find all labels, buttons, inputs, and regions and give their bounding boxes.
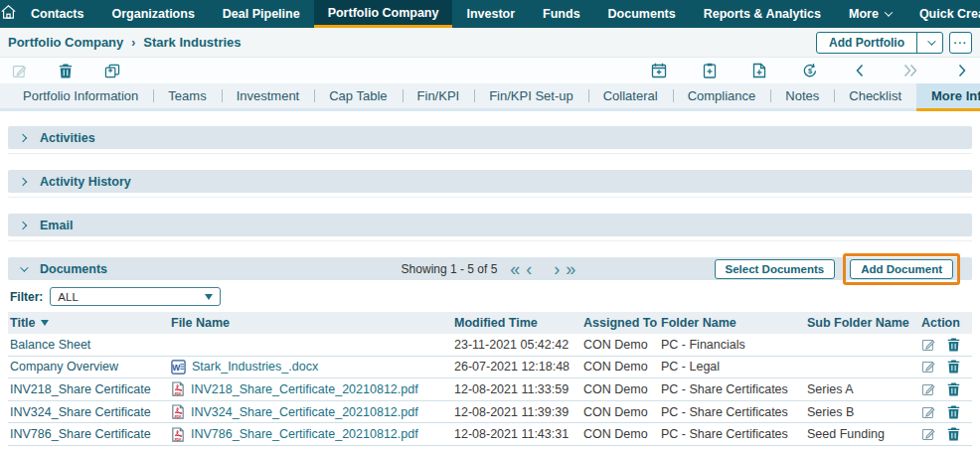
filter-label: Filter:: [10, 290, 43, 304]
sub-folder-name: Series B: [805, 405, 919, 419]
edit-icon[interactable]: [921, 360, 935, 374]
tab-collateral[interactable]: Collateral: [588, 83, 673, 108]
toolbar-right: $: [615, 63, 968, 78]
activities-panel: Activities: [8, 126, 972, 154]
copy-record-icon[interactable]: [104, 64, 120, 78]
edit-icon[interactable]: [921, 382, 935, 396]
edit-icon[interactable]: [921, 338, 935, 352]
sort-desc-icon: [41, 320, 49, 326]
table-row: Company Overview W Stark_Industries_.doc…: [8, 357, 972, 379]
nav-item-more[interactable]: More: [835, 0, 905, 28]
documents-accordion-header[interactable]: Documents Showing 1 - 5 of 5 « ‹ › » Sel…: [8, 257, 972, 280]
home-button[interactable]: [0, 0, 17, 28]
next-record-icon[interactable]: [955, 64, 968, 77]
edit-icon[interactable]: [12, 64, 27, 78]
filter-row: Filter: ALL: [10, 287, 972, 306]
delete-icon[interactable]: [947, 405, 960, 419]
column-folder-name[interactable]: Folder Name: [659, 316, 805, 330]
file-name-link[interactable]: Stark_Industries_.docx: [192, 360, 318, 374]
refresh-currency-icon[interactable]: $: [802, 63, 818, 78]
svg-text:W: W: [172, 363, 180, 373]
column-modified-time[interactable]: Modified Time: [452, 316, 581, 330]
delete-icon[interactable]: [947, 382, 960, 396]
delete-icon[interactable]: [947, 360, 960, 374]
nav-item-organizations[interactable]: Organizations: [97, 0, 208, 28]
document-file: W Stark_Industries_.docx: [169, 360, 452, 375]
document-title[interactable]: INV324_Share Certificate: [8, 405, 169, 419]
column-assigned-to[interactable]: Assigned To: [581, 316, 659, 330]
tab-notes[interactable]: Notes: [770, 83, 834, 108]
breadcrumb-parent[interactable]: Portfolio Company: [8, 35, 123, 50]
tab-fin-kpi[interactable]: Fin/KPI: [403, 83, 475, 108]
prev-record-icon[interactable]: [854, 64, 867, 77]
nav-item-quick-create[interactable]: Quick Create: [905, 0, 980, 28]
column-action: Action: [919, 316, 972, 330]
tab-investment[interactable]: Investment: [222, 83, 315, 108]
nav-item-contacts[interactable]: Contacts: [17, 0, 97, 28]
tab-portfolio-information[interactable]: Portfolio Information: [8, 83, 153, 108]
file-name-link[interactable]: INV324_Share_Certificate_20210812.pdf: [191, 405, 418, 419]
top-navbar: Contacts Organizations Deal Pipeline Por…: [0, 0, 980, 28]
tab-teams[interactable]: Teams: [153, 83, 221, 108]
table-row: Balance Sheet 23-11-2021 05:42:42 CON De…: [8, 334, 972, 357]
document-title[interactable]: INV218_Share Certificate: [8, 382, 169, 396]
showing-count: Showing 1 - 5 of 5: [402, 262, 498, 276]
table-row: INV324_Share Certificate PDF INV324_Shar…: [8, 401, 972, 424]
email-title: Email: [40, 219, 73, 232]
modified-time: 12-08-2021 11:33:59: [452, 382, 581, 396]
column-title[interactable]: Title: [8, 316, 169, 330]
nav-item-quick-create-label: Quick Create: [919, 7, 980, 21]
filter-dropdown[interactable]: ALL: [50, 287, 221, 306]
column-sub-folder-name[interactable]: Sub Folder Name: [805, 316, 919, 330]
assigned-to: CON Demo: [581, 427, 659, 441]
document-title[interactable]: Company Overview: [8, 360, 169, 374]
nav-item-portfolio-company[interactable]: Portfolio Company: [314, 0, 453, 28]
more-options-button[interactable]: ···: [949, 32, 972, 54]
nav-item-investor[interactable]: Investor: [452, 0, 529, 28]
skip-forward-icon[interactable]: [902, 64, 919, 77]
add-document-button[interactable]: Add Document: [850, 259, 953, 279]
add-document-icon[interactable]: [752, 63, 766, 78]
document-title[interactable]: Balance Sheet: [8, 338, 169, 352]
last-page-icon[interactable]: »: [563, 260, 578, 278]
edit-icon[interactable]: [921, 405, 935, 419]
first-page-icon[interactable]: «: [507, 260, 523, 278]
nav-item-deal-pipeline[interactable]: Deal Pipeline: [209, 0, 314, 28]
select-documents-button[interactable]: Select Documents: [715, 259, 836, 279]
tab-more-information[interactable]: More Information: [916, 83, 980, 108]
file-name-link[interactable]: INV786_Share_Certificate_20210812.pdf: [191, 427, 418, 441]
folder-name: PC - Share Certificates: [659, 427, 805, 441]
edit-icon[interactable]: [921, 427, 935, 441]
tab-compliance[interactable]: Compliance: [673, 83, 771, 108]
tab-checklist[interactable]: Checklist: [834, 83, 916, 108]
add-event-calendar-icon[interactable]: [651, 63, 667, 78]
add-portfolio-dropdown[interactable]: [916, 33, 942, 53]
activities-title: Activities: [40, 131, 95, 145]
column-file-name[interactable]: File Name: [169, 316, 452, 330]
add-portfolio-button[interactable]: Add Portfolio: [816, 32, 943, 54]
nav-item-documents[interactable]: Documents: [594, 0, 690, 28]
file-name-link[interactable]: INV218_Share_Certificate_20210812.pdf: [191, 382, 418, 396]
folder-name: PC - Legal: [659, 360, 805, 374]
delete-icon[interactable]: [59, 64, 73, 78]
delete-icon[interactable]: [947, 338, 960, 352]
activity-history-accordion-header[interactable]: Activity History: [8, 170, 972, 193]
add-task-clipboard-icon[interactable]: [703, 63, 717, 78]
chevron-down-icon: [927, 37, 935, 45]
next-page-icon[interactable]: ›: [551, 260, 563, 278]
activities-accordion-header[interactable]: Activities: [8, 126, 972, 149]
email-panel: Email: [8, 214, 972, 241]
nav-item-reports-analytics[interactable]: Reports & Analytics: [690, 0, 835, 28]
sub-folder-name: Seed Funding: [805, 427, 919, 441]
email-accordion-header[interactable]: Email: [8, 214, 972, 236]
prev-page-icon[interactable]: ‹: [523, 260, 535, 278]
toolbar-left: [12, 64, 152, 78]
delete-icon[interactable]: [947, 427, 960, 441]
document-title[interactable]: INV786_Share Certificate: [8, 427, 169, 441]
tab-fin-kpi-setup[interactable]: Fin/KPI Set-up: [474, 83, 588, 108]
nav-item-funds[interactable]: Funds: [529, 0, 594, 28]
assigned-to: CON Demo: [581, 405, 659, 419]
folder-name: PC - Share Certificates: [659, 382, 805, 396]
tab-cap-table[interactable]: Cap Table: [314, 83, 402, 108]
svg-text:PDF: PDF: [175, 437, 182, 441]
